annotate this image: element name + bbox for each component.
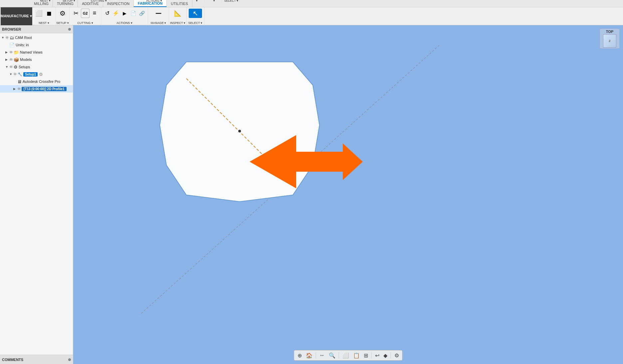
button-row: MANUFACTURE ▾ ⬜ ◼ NEST ▾ ⚙ SETUP ▾ ✂ G2 … xyxy=(0,7,623,25)
bt-grid-btn[interactable]: ⊞ xyxy=(362,352,369,359)
tree-item-cam-root[interactable]: ▼ 👁 🗂 CAM Root xyxy=(0,34,73,41)
viewport[interactable]: TOP Z ⊕ 🏠 ↔ 🔍 ⬜ 📋 ⊞ ↩ ◆ ⚙ xyxy=(73,25,623,364)
bt-home-btn[interactable]: ⊕ xyxy=(296,352,303,359)
sidebar: BROWSER ▼ 👁 🗂 CAM Root 📄 Units: in ▶ 👁 xyxy=(0,25,73,364)
tree-item-setup1[interactable]: ▼ 👁 🔧 Setup1 ⚙ xyxy=(0,71,73,78)
cutting-buttons: ✂ G2 ≡ xyxy=(72,9,99,18)
bt-divider2 xyxy=(339,352,339,359)
crossfire-label: Autodesk Crossfire Pro xyxy=(23,80,72,84)
bottom-toolbar: ⊕ 🏠 ↔ 🔍 ⬜ 📋 ⊞ ↩ ◆ ⚙ xyxy=(294,350,403,361)
actions-label[interactable]: ACTIONS ▾ xyxy=(121,0,187,2)
simulate-btn[interactable]: ↺ xyxy=(103,9,111,18)
browser-tree: ▼ 👁 🗂 CAM Root 📄 Units: in ▶ 👁 📁 Named V… xyxy=(0,33,73,355)
setups-eye[interactable]: 👁 xyxy=(9,65,13,69)
select-group2: ↖ SELECT ▾ xyxy=(187,7,204,25)
actions-group: ↺ ⚡ ▶ 📄 🔗 ACTIONS ▾ xyxy=(121,0,187,2)
tree-item-named-views[interactable]: ▶ 👁 📁 Named Views xyxy=(0,49,73,56)
cutting-group: ✂ G2 ≡ CUTTING ▾ xyxy=(79,0,119,2)
view-cube[interactable]: TOP Z xyxy=(600,29,620,49)
bt-settings-btn[interactable]: ⚙ xyxy=(393,352,400,359)
units-icon: 📄 xyxy=(9,43,15,48)
setup1-eye[interactable]: 👁 xyxy=(13,72,17,76)
setup-label[interactable]: SETUP ▾ xyxy=(61,0,77,2)
cutting-btn-c[interactable]: ≡ xyxy=(90,9,99,18)
tree-item-units[interactable]: 📄 Units: in xyxy=(0,41,73,49)
manufacture-btn[interactable]: MANUFACTURE ▾ xyxy=(1,7,32,25)
compare-btn[interactable]: 🔗 xyxy=(138,9,146,18)
z-axis-label: Z xyxy=(609,39,611,43)
inspect-group: 📐 INSPECT ▾ xyxy=(206,0,222,2)
bt-display-btn[interactable]: ⬜ xyxy=(341,352,350,359)
cam-root-icon: 🗂 xyxy=(10,35,14,40)
manage-label2[interactable]: MANAGE ▾ xyxy=(151,21,166,25)
profile1-eye[interactable]: 👁 xyxy=(17,87,21,91)
arrow-svg xyxy=(250,125,366,208)
setup-label2[interactable]: SETUP ▾ xyxy=(56,21,69,25)
select-label2[interactable]: SELECT ▾ xyxy=(188,21,202,25)
setup1-settings-icon[interactable]: ⚙ xyxy=(39,72,43,77)
bt-fit-btn[interactable]: 🏠 xyxy=(305,352,314,359)
comments-bar: COMMENTS xyxy=(0,355,73,364)
bt-orbit-btn[interactable]: ↔ xyxy=(318,352,326,359)
comments-label: COMMENTS xyxy=(2,358,23,362)
cutting-btn-b[interactable]: G2 xyxy=(81,9,90,18)
view-cube-face[interactable]: Z xyxy=(603,34,616,48)
bt-divider4 xyxy=(391,352,391,359)
cutting-label2[interactable]: CUTTING ▾ xyxy=(77,21,93,25)
inspect-btn2[interactable]: 📐 xyxy=(171,9,184,18)
setups-expand[interactable]: ▼ xyxy=(5,65,9,69)
bt-visual-btn[interactable]: 📋 xyxy=(352,352,361,359)
bt-zoom-btn[interactable]: 🔍 xyxy=(327,352,337,359)
comments-close-btn[interactable] xyxy=(68,358,71,361)
cutting-label[interactable]: CUTTING ▾ xyxy=(79,0,119,2)
manage-label[interactable]: MANAGE ▾ xyxy=(189,0,204,2)
bt-divider3 xyxy=(371,352,372,359)
profile1-expand[interactable]: ▶ xyxy=(13,87,17,91)
svg-point-3 xyxy=(238,130,241,132)
bt-measure-btn[interactable]: ◆ xyxy=(382,352,389,359)
tree-item-crossfire[interactable]: 🖥 Autodesk Crossfire Pro xyxy=(0,78,73,85)
manage-btn2[interactable]: ━━ xyxy=(150,9,167,18)
named-views-label: Named Views xyxy=(20,50,72,54)
models-expand[interactable]: ▶ xyxy=(5,58,9,61)
inspect-label2[interactable]: INSPECT ▾ xyxy=(170,21,185,25)
select-btn2[interactable]: ↖ xyxy=(189,9,202,18)
nest-label[interactable]: NEST ▾ xyxy=(31,0,59,2)
cam-root-label: CAM Root xyxy=(15,36,72,40)
post-btn[interactable]: ▶ xyxy=(120,9,128,18)
cam-root-expand[interactable]: ▼ xyxy=(1,36,5,39)
models-icon: 📦 xyxy=(14,57,19,62)
tree-item-setups[interactable]: ▼ 👁 ⚙ Setups xyxy=(0,63,73,71)
actions-label2[interactable]: ACTIONS ▾ xyxy=(116,21,132,25)
view-cube-inner: TOP Z xyxy=(603,30,616,48)
manage-group2: ━━ MANAGE ▾ xyxy=(148,7,169,25)
setup1-expand[interactable]: ▼ xyxy=(9,73,13,76)
select-label[interactable]: SELECT ▾ xyxy=(224,0,239,2)
nest-btn-b[interactable]: ◼ xyxy=(44,9,54,18)
cutting-btn-a[interactable]: ✂ xyxy=(72,9,80,18)
nc-btn[interactable]: 📄 xyxy=(129,9,137,18)
tree-item-models[interactable]: ▶ 👁 📦 Models xyxy=(0,56,73,63)
tree-item-profile1[interactable]: ▶ 👁 [T13 (0:00:00)] 2D Profile1 xyxy=(0,85,73,92)
browser-label: BROWSER xyxy=(2,27,21,31)
crossfire-icon: 🖥 xyxy=(17,79,22,84)
verify-btn[interactable]: ⚡ xyxy=(112,9,120,18)
nest-group: ⬜ ◼ NEST ▾ xyxy=(32,7,56,25)
bt-divider1 xyxy=(316,352,316,359)
nest-btn-a[interactable]: ⬜ xyxy=(34,9,44,18)
models-eye[interactable]: 👁 xyxy=(9,58,13,62)
setup-btn2[interactable]: ⚙ xyxy=(58,9,67,18)
cutting-group2: ✂ G2 ≡ CUTTING ▾ xyxy=(70,7,101,25)
nest-group: ⬜ ◼ NEST ▾ xyxy=(31,0,60,2)
browser-close-btn[interactable] xyxy=(68,28,71,31)
toolbar-area: MILLING TURNING ADDITIVE INSPECTION FABR… xyxy=(0,0,623,25)
cam-root-eye[interactable]: 👁 xyxy=(5,36,9,40)
bt-undo-btn[interactable]: ↩ xyxy=(374,352,381,359)
nest-label[interactable]: NEST ▾ xyxy=(39,21,49,25)
models-label: Models xyxy=(20,58,72,62)
profile1-badge: [T13 (0:00:00)] 2D Profile1 xyxy=(22,87,67,91)
nest-buttons: ⬜ ◼ xyxy=(34,9,54,18)
named-views-eye[interactable]: 👁 xyxy=(9,50,13,54)
inspect-label[interactable]: INSPECT ▾ xyxy=(206,0,222,2)
named-views-expand[interactable]: ▶ xyxy=(5,51,9,54)
